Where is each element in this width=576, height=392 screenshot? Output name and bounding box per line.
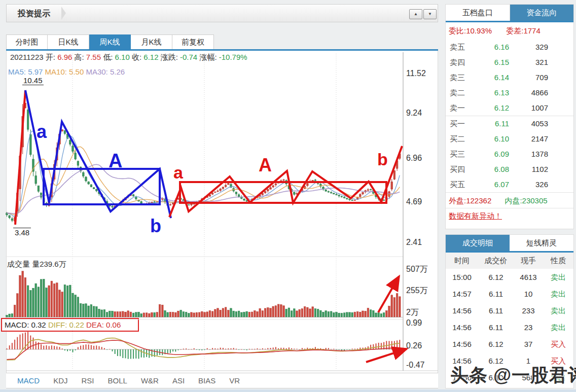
- kline-tab-日K线[interactable]: 日K线: [48, 34, 89, 50]
- trade-col-时间: 时间: [446, 253, 478, 269]
- breadcrumb[interactable]: 投资提示: [18, 9, 50, 19]
- chart-background: [6, 51, 438, 388]
- breadcrumb-arrow-icon: [61, 7, 66, 20]
- top-toolbar: 投资提示 ▲ ▼: [6, 4, 438, 22]
- high-label: 高:: [75, 53, 84, 61]
- order-book-tabs: 五档盘口资金流向: [446, 5, 573, 21]
- trade-cell: 卖出: [543, 319, 573, 336]
- level-name: 卖三: [446, 70, 481, 85]
- trade-cell: 6.12: [478, 352, 514, 369]
- trade-cell: 买入: [543, 352, 573, 369]
- macd-axis-label: 0.99: [406, 318, 437, 328]
- change-value: -0.74: [180, 53, 197, 61]
- macd-value: MACD: 0.32: [5, 320, 46, 329]
- order-book-row-卖三[interactable]: 卖三6.14709: [446, 70, 573, 85]
- pct-label: 涨幅:: [199, 53, 217, 61]
- trade-cell: 卖出: [543, 269, 573, 286]
- trade-row[interactable]: 14:566.10568卖出: [446, 369, 573, 386]
- trade-row[interactable]: 14:566.1237买入: [446, 336, 573, 352]
- level-volume: 1102: [509, 162, 573, 177]
- trade-table-header: 时间成交价现手性质: [446, 253, 573, 269]
- indicator-tab-W&R[interactable]: W&R: [141, 376, 159, 385]
- level-price: 6.13: [481, 85, 509, 100]
- order-book-row-买二[interactable]: 买二6.102147: [446, 131, 573, 147]
- trade-tab-短线精灵[interactable]: 短线精灵: [510, 235, 573, 251]
- volume-axis-label: 255万: [406, 286, 437, 296]
- outer-inner-row: 外盘:122362 内盘:230305: [446, 192, 573, 208]
- level-volume: 321: [509, 55, 573, 70]
- level-price: 6.07: [481, 177, 509, 192]
- bottom-strip: [0, 389, 576, 392]
- low-label: 低:: [103, 53, 113, 61]
- kline-tab-分时图[interactable]: 分时图: [6, 34, 48, 50]
- indicator-tab-KDJ[interactable]: KDJ: [53, 376, 67, 385]
- down-triangle-icon: ▼: [428, 12, 432, 16]
- order-book-row-买三[interactable]: 买三6.091378: [446, 147, 573, 162]
- ma5-value: MA5: 5.97: [8, 67, 43, 76]
- level-price: 6.15: [481, 55, 509, 70]
- ohlc-readout: 20211223 开: 6.96 高: 7.55 低: 6.10 收: 6.12…: [10, 53, 247, 62]
- orderbook-tab-五档盘口[interactable]: 五档盘口: [446, 5, 510, 21]
- bid-levels: 买一6.114053买二6.102147买三6.091378买四6.081102…: [446, 116, 573, 192]
- trade-cell: 6.12: [478, 269, 514, 286]
- level-price: 6.12: [481, 100, 509, 116]
- scroll-down-button[interactable]: ▼: [423, 9, 437, 19]
- indicator-tab-ASI[interactable]: ASI: [172, 376, 185, 385]
- ohlc-date: 20211223: [10, 53, 44, 61]
- indicator-tab-bar: MACDKDJRSIBOLLW&RASIBIASVR: [6, 373, 438, 388]
- order-book-row-买一[interactable]: 买一6.114053: [446, 116, 573, 131]
- trade-col-性质: 性质: [543, 253, 573, 269]
- kline-tab-前复权[interactable]: 前复权: [172, 34, 214, 50]
- pct-value: -10.79%: [219, 53, 247, 61]
- trade-cell: 买入: [543, 336, 573, 352]
- high-value: 7.55: [86, 53, 101, 61]
- kline-tab-月K线[interactable]: 月K线: [131, 34, 172, 50]
- order-book-row-卖四[interactable]: 卖四6.15321: [446, 55, 573, 70]
- tab-underline: [6, 49, 438, 51]
- order-book-row-卖五[interactable]: 卖五6.16329: [446, 40, 573, 55]
- indicator-tab-RSI[interactable]: RSI: [82, 376, 94, 385]
- scroll-up-button[interactable]: ▲: [409, 9, 422, 19]
- volume-axis-label: 507万: [406, 264, 437, 275]
- level-volume: 2147: [509, 131, 573, 147]
- trade-row[interactable]: 14:576.1110卖出: [446, 286, 573, 302]
- trade-cell: 6.12: [478, 336, 514, 352]
- trade-tab-成交明细[interactable]: 成交明细: [446, 235, 510, 251]
- trade-cell: 6.11: [478, 286, 514, 302]
- order-book-row-卖二[interactable]: 卖二6.134866: [446, 85, 573, 100]
- trade-row[interactable]: 14:566.1123卖出: [446, 319, 573, 336]
- indicator-tab-MACD[interactable]: MACD: [17, 376, 40, 385]
- up-triangle-icon: ▲: [414, 12, 418, 16]
- trade-row[interactable]: 15:006.124613卖出: [446, 269, 573, 286]
- kline-tab-周K线[interactable]: 周K线: [89, 34, 131, 50]
- indicator-tab-BIAS[interactable]: BIAS: [198, 376, 215, 385]
- ma10-value: MA10: 5.50: [45, 67, 84, 76]
- order-book-row-卖一[interactable]: 卖一6.121007: [446, 100, 573, 116]
- trade-cell: 14:56: [446, 369, 478, 386]
- orderbook-tab-资金流向[interactable]: 资金流向: [510, 5, 574, 21]
- data-alert-link[interactable]: 数据有新异动！: [446, 208, 573, 224]
- trade-cell: 14:56: [446, 319, 478, 336]
- order-book-row-买五[interactable]: 买五6.07326: [446, 177, 573, 192]
- macd-axis-label: -0.47: [406, 361, 437, 370]
- trade-cell: 卖出: [543, 286, 573, 302]
- trade-row[interactable]: 14:566.121买入: [446, 352, 573, 369]
- indicator-tab-VR[interactable]: VR: [229, 376, 240, 385]
- order-book-row-买四[interactable]: 买四6.081102: [446, 162, 573, 177]
- trade-cell: 6.10: [478, 369, 514, 386]
- trade-detail-tabs: 成交明细短线精灵: [446, 235, 573, 251]
- ma-legend: MA5: 5.97 MA10: 5.50 MA30: 5.26: [8, 67, 125, 76]
- macd-readout: MACD: 0.32 DIFF: 0.22 DEA: 0.06: [1, 318, 139, 332]
- trade-cell: 37: [514, 336, 543, 352]
- trade-cell: 23: [514, 319, 543, 336]
- trade-cell: 233: [514, 302, 543, 319]
- indicator-tab-BOLL[interactable]: BOLL: [108, 376, 127, 385]
- change-label: 涨跌:: [161, 53, 178, 61]
- trade-cell: 6.11: [478, 302, 514, 319]
- level-name: 买三: [446, 147, 481, 162]
- price-axis-label: 6.96: [406, 154, 437, 163]
- trade-row[interactable]: 14:566.11233卖出: [446, 302, 573, 319]
- volume-axis-label: 2万: [406, 307, 437, 318]
- period-high-mark: 10.45: [22, 76, 44, 85]
- trade-cell: 14:57: [446, 286, 478, 302]
